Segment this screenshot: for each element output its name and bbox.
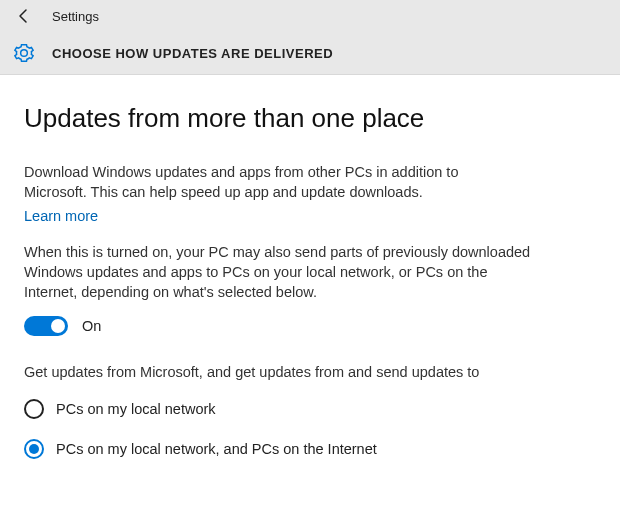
- toggle-knob: [51, 319, 65, 333]
- intro-text: Download Windows updates and apps from o…: [24, 162, 504, 203]
- detail-text: When this is turned on, your PC may also…: [24, 242, 544, 303]
- radio-label: PCs on my local network: [56, 401, 216, 417]
- radio-option-internet[interactable]: PCs on my local network, and PCs on the …: [24, 439, 596, 459]
- back-button[interactable]: [8, 0, 40, 32]
- header-sub-row: CHOOSE HOW UPDATES ARE DELIVERED: [0, 32, 620, 74]
- gear-icon-container: [8, 43, 40, 63]
- gear-icon: [14, 43, 34, 63]
- toggle-row: On: [24, 316, 596, 336]
- radio-option-local[interactable]: PCs on my local network: [24, 399, 596, 419]
- radio-prompt: Get updates from Microsoft, and get upda…: [24, 362, 524, 382]
- feature-toggle[interactable]: [24, 316, 68, 336]
- radio-button: [24, 439, 44, 459]
- learn-more-link[interactable]: Learn more: [24, 208, 98, 224]
- page-heading: Updates from more than one place: [24, 103, 596, 134]
- arrow-left-icon: [16, 8, 32, 24]
- radio-label: PCs on my local network, and PCs on the …: [56, 441, 377, 457]
- header: Settings CHOOSE HOW UPDATES ARE DELIVERE…: [0, 0, 620, 75]
- radio-button: [24, 399, 44, 419]
- toggle-label: On: [82, 318, 101, 334]
- app-title: Settings: [52, 9, 99, 24]
- header-top-row: Settings: [0, 0, 620, 32]
- page-subtitle: CHOOSE HOW UPDATES ARE DELIVERED: [52, 46, 333, 61]
- content-area: Updates from more than one place Downloa…: [0, 75, 620, 459]
